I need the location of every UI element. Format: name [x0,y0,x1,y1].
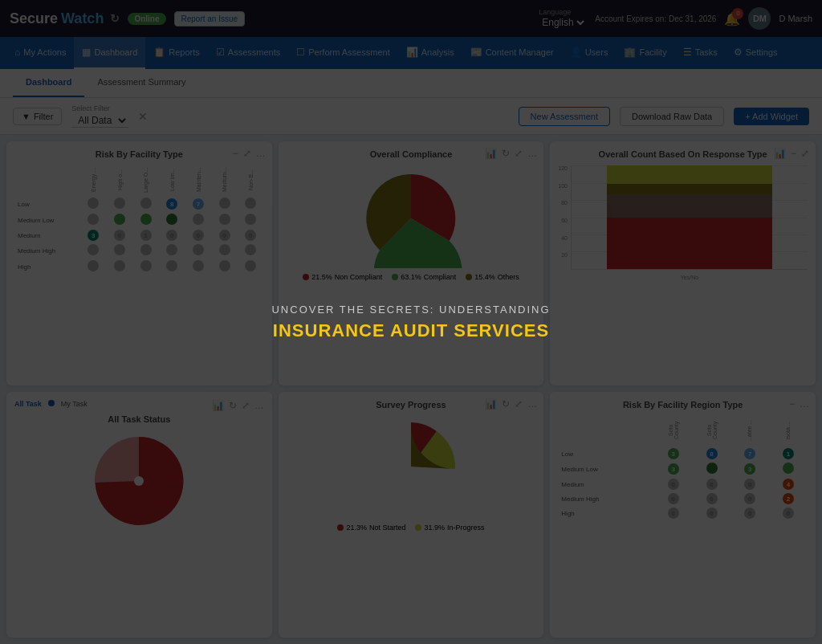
chart-icon[interactable]: 📊 [774,148,786,159]
language-section: Language English [539,8,587,29]
main-nav: ⌂ My Actions ▦ Dashboard 📋 Reports ☑ Ass… [0,37,822,69]
sidebar-item-facility[interactable]: 🏢 Facility [616,37,674,69]
widget-controls-task: 📊 ↻ ⤢ … [212,400,264,411]
widget-controls-compliance: 📊 ↻ ⤢ … [485,148,537,159]
nav-label-reports: Reports [169,47,200,57]
widget-controls-risk-facility: − ⤢ … [233,148,266,159]
nav-label-analysis: Analysis [421,47,454,57]
sidebar-item-perform-assessment[interactable]: ☐ Perform Assessment [288,37,397,69]
non-compliant-label: Non Compliant [335,273,383,281]
expand-icon[interactable]: ⤢ [515,398,523,410]
widget-risk-facility-region: Risk By Facility Region Type − … Soto Co… [550,392,816,638]
table-row: Medium Low [14,212,264,228]
minimize-icon[interactable]: − [791,148,796,159]
more-options-icon[interactable]: … [527,148,537,159]
notification-count: 0 [732,8,743,19]
others-label: Others [498,273,519,281]
widget-title-overall-count: Overall Count Based On Response Type [558,149,808,159]
expand-icon[interactable]: ⤢ [801,148,809,159]
tab-assessment-summary[interactable]: Assessment Summary [84,68,198,97]
new-assessment-button[interactable]: New Assessment [519,107,610,126]
sidebar-item-reports[interactable]: 📋 Reports [145,37,208,69]
risk-region-table: Soto County Soto County ...atee ... isot… [558,414,808,520]
task-status-header: All Task My Task 📊 ↻ ⤢ … [14,400,264,411]
survey-pie-container: 21.3% Not Started 31.9% In-Progress [287,414,536,532]
in-progress-pct: 31.9% [424,524,445,532]
perform-icon: ☐ [296,47,305,58]
tab-dashboard-label: Dashboard [26,77,71,87]
more-options-icon[interactable]: … [527,398,537,410]
sidebar-item-analysis[interactable]: 📊 Analysis [398,37,462,69]
table-row: High 0 0 0 0 [558,506,808,520]
sidebar-item-assessments[interactable]: ☑ Assessments [208,37,288,69]
not-started-label: Not Started [369,524,406,532]
table-row: Low 8 7 [14,196,264,212]
chart-icon[interactable]: 📊 [212,400,224,411]
table-row: Low 3 8 7 1 [558,446,808,461]
minimize-icon[interactable]: − [233,148,238,159]
dashboard-icon: ▦ [82,47,91,58]
toggle-my-task[interactable]: My Task [61,400,87,408]
notifications-button[interactable]: 🔔 0 [724,11,740,26]
expand-icon[interactable]: ⤢ [242,400,250,411]
task-dot-indicator [48,400,55,408]
language-select[interactable]: English [539,16,587,29]
bar-segment-red [607,218,772,270]
widget-survey-progress: Survey Progress 📊 ↻ ⤢ … 2 [279,392,544,638]
sidebar-item-users[interactable]: 👤 Users [562,37,616,69]
compliance-legend: 21.5% Non Compliant 63.1% Compliant 15.4… [303,273,519,281]
filter-button[interactable]: ▼ Filter [13,108,62,125]
table-row: Medium 3 0 1 0 0 0 0 [14,228,264,243]
toggle-all-task[interactable]: All Task [14,400,42,408]
legend-non-compliant: 21.5% Non Compliant [303,273,382,281]
table-row: Medium High [14,243,264,259]
sidebar-item-dashboard[interactable]: ▦ Dashboard [74,37,145,69]
nav-label-tasks: Tasks [695,47,718,57]
sidebar-item-settings[interactable]: ⚙ Settings [726,37,786,69]
filter-icon: ▼ [22,112,31,121]
avatar[interactable]: DM [748,7,771,30]
in-progress-dot [415,524,421,531]
content-icon: 📰 [470,47,482,58]
widget-controls-region: − … [789,398,809,410]
sidebar-item-content-manager[interactable]: 📰 Content Manager [462,37,562,69]
refresh-icon[interactable]: ↻ [110,12,120,25]
compliance-pie-container: 21.5% Non Compliant 63.1% Compliant 15.4… [287,164,536,281]
refresh-icon[interactable]: ↻ [502,148,510,159]
filter-select[interactable]: All Data [71,114,128,128]
bars-area: Yes/No [571,165,808,270]
more-options-icon[interactable]: … [254,400,264,411]
refresh-icon[interactable]: ↻ [502,398,510,410]
refresh-icon[interactable]: ↻ [229,400,237,411]
y-axis: 12010080604020 [558,165,571,270]
top-bar: SecureWatch ↻ Online Report an Issue Lan… [0,0,822,37]
bar-segment-olive [607,184,772,194]
tab-dashboard[interactable]: Dashboard [13,68,84,97]
report-issue-button[interactable]: Report an Issue [174,11,246,26]
widget-overall-compliance: Overall Compliance 📊 ↻ ⤢ … [279,141,544,385]
nav-label-users: Users [585,47,608,57]
home-icon: ⌂ [14,47,20,58]
expand-icon[interactable]: ⤢ [243,148,251,159]
add-widget-button[interactable]: + Add Widget [734,108,809,125]
table-row: High [14,259,264,275]
more-options-icon[interactable]: … [800,398,809,410]
expand-icon[interactable]: ⤢ [515,148,523,159]
chart-icon[interactable]: 📊 [485,398,497,410]
users-icon: 👤 [570,47,582,58]
in-progress-label: In-Progress [447,524,485,532]
user-name: D Marsh [779,14,812,23]
nav-label-facility: Facility [639,47,666,57]
sidebar-item-tasks[interactable]: ☰ Tasks [675,37,726,69]
download-raw-data-button[interactable]: Download Raw Data [620,107,724,126]
not-started-pct: 21.3% [346,524,367,532]
chart-icon[interactable]: 📊 [485,148,497,159]
minimize-icon[interactable]: − [789,398,795,410]
more-options-icon[interactable]: … [256,148,266,159]
bar-stack [607,165,772,269]
filter-clear-button[interactable]: ✕ [138,110,148,123]
bar-segment-brown [607,194,772,217]
sidebar-item-my-actions[interactable]: ⌂ My Actions [6,37,74,69]
widget-title-risk-region: Risk By Facility Region Type [558,400,808,410]
logo-secure: Secure [10,10,58,27]
